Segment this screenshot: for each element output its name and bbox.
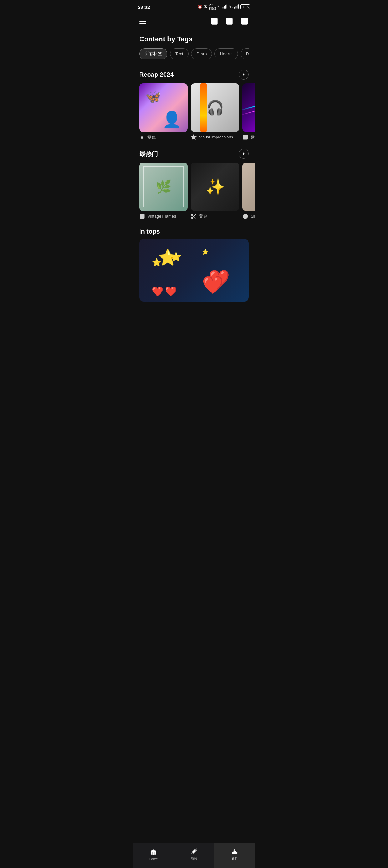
hearts-decoration: ❤️ ❤️ — [152, 286, 176, 297]
svg-point-26 — [243, 214, 248, 219]
recap-card-3[interactable]: 紫色 — [243, 83, 255, 140]
tag-decor-button[interactable]: Decor — [240, 48, 249, 60]
recap-card-1-thumbnail — [139, 83, 188, 132]
network-speed: 269KB/S — [209, 3, 216, 10]
svg-rect-7 — [238, 4, 239, 8]
svg-point-22 — [192, 217, 193, 219]
star-small-2: ⭐ — [170, 251, 182, 262]
popular-card-2-name: 黄金 — [199, 214, 207, 219]
popular-card-2-thumbnail — [191, 162, 239, 211]
svg-rect-3 — [227, 4, 227, 8]
svg-rect-2 — [225, 5, 226, 9]
recap-2024-header: Recap 2024 — [133, 63, 255, 83]
sparkle-icon — [139, 134, 145, 140]
popular-card-1-label: Vintage Frames — [139, 214, 188, 219]
in-tops-section: In tops ⭐ ❤️ ❤️ ⭐ ❤️ ⭐ — [133, 222, 255, 302]
most-popular-arrow-button[interactable] — [239, 149, 249, 159]
star-tiny: ⭐ — [202, 248, 209, 255]
most-popular-header: 最热门 — [133, 143, 255, 162]
bottom-spacer — [133, 302, 255, 330]
recap-card-2-label: Visual Impressions — [191, 134, 239, 140]
recap-card-2-image — [191, 83, 239, 132]
recap-card-2-name: Visual Impressions — [199, 135, 233, 140]
tags-scroll-container: 所有标签 Text Stars Hearts Decor Color — [139, 48, 249, 61]
popular-card-1-name: Vintage Frames — [148, 214, 176, 219]
recap-card-1[interactable]: 紫色 — [139, 83, 188, 140]
tag-hearts-button[interactable]: Hearts — [214, 48, 238, 60]
recap-card-2[interactable]: Visual Impressions — [191, 83, 239, 140]
star-outline-icon — [191, 134, 196, 140]
tag-stars-button[interactable]: Stars — [191, 48, 212, 60]
most-popular-cards: Vintage Frames 黄金 — [133, 162, 255, 222]
recap-card-1-image — [139, 83, 188, 132]
svg-point-21 — [192, 214, 193, 216]
popular-card-3[interactable]: Simple F... 2 — [243, 162, 255, 219]
tag-all-button[interactable]: 所有标签 — [139, 48, 167, 60]
scissors-icon — [191, 214, 196, 219]
recap-card-2-thumbnail — [191, 83, 239, 132]
in-tops-title: In tops — [139, 228, 160, 235]
nav-right-icons — [210, 17, 249, 26]
popular-card-3-thumbnail — [243, 162, 255, 211]
recap-2024-title: Recap 2024 — [139, 71, 174, 78]
popular-card-1[interactable]: Vintage Frames — [139, 162, 188, 219]
content-by-tags-section: Content by Tags 所有标签 Text Stars Hearts D… — [133, 30, 255, 63]
recap-card-3-label: 紫色 — [243, 134, 255, 140]
heart-red-1: ❤️ — [152, 286, 163, 297]
hamburger-menu-button[interactable] — [139, 19, 146, 24]
svg-rect-14 — [243, 20, 246, 23]
popular-card-2-label: 黄金 — [191, 214, 239, 219]
new-project-button[interactable] — [210, 17, 219, 26]
recap-card-3-thumbnail — [243, 83, 255, 132]
recap-card-3-image — [243, 83, 255, 132]
svg-rect-1 — [224, 6, 225, 8]
popular-card-3-name: Simple F... 2 — [251, 214, 255, 219]
status-icons: ⏰ 269KB/S ⁵G ⁵G 96% — [198, 3, 250, 10]
svg-line-25 — [193, 215, 194, 216]
status-time: 23:32 — [138, 4, 150, 10]
top-nav — [133, 12, 255, 30]
heart-red-2: ❤️ — [165, 286, 176, 297]
gallery-button[interactable] — [225, 17, 234, 26]
svg-point-12 — [228, 20, 229, 21]
face-icon — [243, 214, 248, 219]
popular-card-2-image — [191, 162, 239, 211]
saved-projects-button[interactable] — [240, 17, 249, 26]
popular-card-1-image — [139, 162, 188, 211]
popular-card-3-image — [243, 162, 255, 211]
recap-card-1-name: 紫色 — [148, 135, 156, 140]
heart-large: ❤️ — [208, 269, 230, 289]
in-tops-featured-image[interactable]: ⭐ ❤️ ❤️ ⭐ ❤️ ⭐ — [139, 239, 249, 302]
battery-icon: 96% — [240, 4, 250, 9]
star-decoration: ⭐ — [152, 258, 161, 267]
popular-card-1-thumbnail — [139, 162, 188, 211]
svg-rect-19 — [243, 135, 248, 140]
in-tops-header: In tops — [139, 228, 249, 235]
most-popular-title: 最热门 — [139, 150, 158, 158]
content-by-tags-title: Content by Tags — [139, 35, 249, 43]
popular-card-2[interactable]: 黄金 — [191, 162, 239, 219]
signal-5g-icon: ⁵G — [218, 5, 222, 9]
square-icon — [243, 134, 248, 140]
svg-rect-6 — [237, 5, 238, 9]
svg-rect-5 — [236, 6, 236, 8]
signal-bars-2-icon — [234, 4, 239, 9]
signal-bars-icon — [223, 4, 227, 9]
status-bar: 23:32 ⏰ 269KB/S ⁵G ⁵G — [133, 0, 255, 12]
recap-2024-cards: 紫色 Visual Impressions 紫色 — [133, 83, 255, 143]
popular-card-3-label: Simple F... 2 — [243, 214, 255, 219]
bluetooth-icon — [203, 4, 208, 9]
svg-rect-0 — [223, 7, 224, 9]
alarm-icon: ⏰ — [198, 5, 202, 9]
tag-text-button[interactable]: Text — [170, 48, 189, 60]
svg-rect-4 — [234, 7, 235, 9]
signal-5g-2-icon: ⁵G — [229, 5, 233, 9]
svg-line-24 — [194, 217, 196, 218]
recap-card-1-label: 紫色 — [139, 134, 188, 140]
frame-square-icon — [139, 214, 145, 219]
recap-2024-arrow-button[interactable] — [239, 69, 249, 80]
recap-card-3-name: 紫色 — [251, 135, 255, 140]
svg-rect-20 — [140, 214, 144, 219]
